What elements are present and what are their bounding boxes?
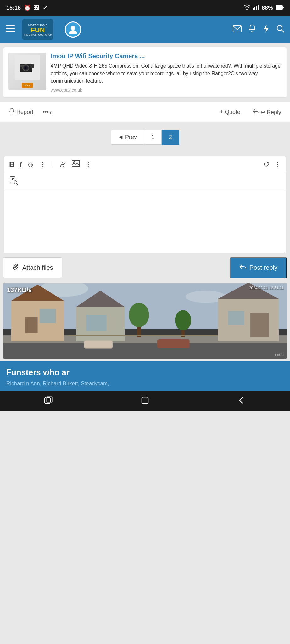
funsters-banner: Funsters who ar Richard n Ann, Richard B… bbox=[0, 361, 290, 391]
editor-body[interactable] bbox=[4, 190, 286, 253]
more-button[interactable]: ••• ▾ bbox=[40, 108, 54, 117]
report-button[interactable]: Report bbox=[6, 107, 36, 117]
menu-button[interactable] bbox=[6, 25, 15, 35]
svg-rect-19 bbox=[30, 64, 34, 68]
svg-point-18 bbox=[25, 67, 26, 69]
status-right: 88% bbox=[243, 4, 284, 12]
svg-line-14 bbox=[282, 30, 284, 32]
svg-line-25 bbox=[17, 184, 18, 185]
funsters-members[interactable]: Richard n Ann, Richard Birkett, Steadyca… bbox=[6, 380, 284, 387]
quote-button[interactable]: + Quote bbox=[217, 108, 243, 117]
time-display: 15:18 bbox=[6, 5, 21, 11]
back-stack-icon[interactable] bbox=[44, 396, 53, 407]
more-options-button[interactable]: ⋮ bbox=[275, 161, 281, 168]
svg-rect-33 bbox=[25, 317, 38, 333]
bottom-action-bar: Attach files Post reply bbox=[3, 257, 287, 278]
clock-icon: ⏰ bbox=[24, 4, 31, 11]
search-icon[interactable] bbox=[276, 25, 284, 35]
reply-label: ↩ Reply bbox=[260, 109, 281, 116]
svg-marker-12 bbox=[264, 25, 269, 33]
svg-point-43 bbox=[129, 303, 149, 327]
reply-button[interactable]: ↩ Reply bbox=[250, 108, 284, 117]
bold-button[interactable]: B bbox=[9, 160, 14, 169]
status-left: 15:18 ⏰ 🖼 ✔ bbox=[6, 4, 47, 11]
post-reply-label: Post reply bbox=[249, 264, 277, 271]
page-2-button[interactable]: 2 bbox=[162, 130, 179, 145]
editor-toolbar: B I ☺ ⋮ ⋮ ↺ ⋮ bbox=[4, 156, 286, 173]
check-icon: ✔ bbox=[43, 4, 47, 11]
camera-watermark: imou bbox=[275, 352, 284, 357]
chevron-down-icon: ▾ bbox=[49, 110, 52, 115]
svg-rect-46 bbox=[84, 341, 113, 349]
svg-rect-41 bbox=[250, 313, 269, 337]
svg-rect-2 bbox=[256, 6, 257, 10]
svg-rect-49 bbox=[45, 398, 50, 403]
svg-rect-40 bbox=[228, 311, 244, 325]
svg-point-10 bbox=[71, 26, 75, 30]
header: MOTORHOME FUN THE MOTORHOME FORUM bbox=[0, 16, 290, 43]
page-1-button[interactable]: 1 bbox=[144, 130, 162, 145]
product-card: imou Imou IP Wifi Security Camera ... 4M… bbox=[3, 47, 287, 98]
quote-label: + Quote bbox=[220, 109, 240, 115]
battery-icon bbox=[276, 5, 284, 11]
svg-rect-34 bbox=[40, 309, 56, 323]
svg-rect-51 bbox=[142, 397, 148, 403]
svg-rect-8 bbox=[6, 28, 15, 29]
back-icon[interactable] bbox=[237, 396, 246, 407]
image-button[interactable] bbox=[72, 160, 80, 169]
camera-timestamp: 2024:03:21 12:51:11 bbox=[249, 286, 284, 290]
product-info: Imou IP Wifi Security Camera ... 4MP QHD… bbox=[51, 53, 282, 92]
svg-rect-9 bbox=[6, 31, 15, 32]
site-logo[interactable]: MOTORHOME FUN THE MOTORHOME FORUM bbox=[22, 19, 53, 40]
product-url: www.ebay.co.uk bbox=[51, 87, 282, 92]
svg-rect-7 bbox=[6, 25, 15, 26]
product-description: 4MP QHD Video & H.265 Compression. Got a… bbox=[51, 62, 282, 85]
header-icons bbox=[233, 24, 284, 35]
svg-rect-37 bbox=[86, 315, 106, 331]
svg-rect-29 bbox=[3, 341, 287, 359]
avatar[interactable] bbox=[65, 21, 81, 38]
undo-button[interactable]: ↺ bbox=[263, 160, 270, 169]
svg-rect-0 bbox=[253, 8, 254, 10]
bottom-nav-bar bbox=[0, 391, 290, 411]
link-button[interactable] bbox=[59, 160, 67, 169]
more-media-button[interactable]: ⋮ bbox=[85, 161, 91, 168]
pagination-area: ◄ Prev 1 2 bbox=[0, 122, 290, 152]
status-bar: 15:18 ⏰ 🖼 ✔ 88% bbox=[0, 0, 290, 16]
signal-icon bbox=[253, 4, 259, 12]
paperclip-icon bbox=[12, 263, 19, 272]
product-image: imou bbox=[8, 53, 46, 90]
post-reply-button[interactable]: Post reply bbox=[230, 257, 287, 278]
svg-rect-5 bbox=[276, 6, 282, 9]
more-format-button[interactable]: ⋮ bbox=[40, 161, 46, 168]
prev-page-button[interactable]: ◄ Prev bbox=[111, 130, 144, 145]
svg-point-24 bbox=[14, 181, 17, 184]
svg-rect-47 bbox=[157, 339, 190, 348]
italic-button[interactable]: I bbox=[20, 160, 22, 169]
camera-speed: 137KB/s bbox=[7, 286, 32, 294]
mail-icon[interactable] bbox=[233, 25, 242, 35]
funsters-title: Funsters who ar bbox=[6, 368, 284, 377]
emoji-button[interactable]: ☺ bbox=[27, 160, 35, 169]
action-right: + Quote ↩ Reply bbox=[217, 108, 284, 117]
attach-files-button[interactable]: Attach files bbox=[3, 257, 62, 278]
image-icon: 🖼 bbox=[34, 5, 40, 11]
lightning-icon[interactable] bbox=[263, 24, 269, 35]
editor-container: B I ☺ ⋮ ⋮ ↺ ⋮ bbox=[4, 156, 286, 253]
editor-secondary-toolbar bbox=[4, 173, 286, 190]
product-title[interactable]: Imou IP Wifi Security Camera ... bbox=[51, 53, 282, 60]
home-icon[interactable] bbox=[141, 396, 149, 407]
svg-rect-38 bbox=[218, 299, 279, 341]
file-search-button[interactable] bbox=[9, 179, 18, 186]
svg-rect-50 bbox=[47, 397, 52, 402]
report-label: Report bbox=[16, 109, 33, 115]
svg-point-45 bbox=[175, 310, 191, 330]
attach-files-label: Attach files bbox=[22, 264, 53, 271]
reply-icon bbox=[253, 109, 259, 115]
more-dots-label: ••• bbox=[43, 109, 49, 115]
post-reply-icon bbox=[239, 264, 246, 272]
product-badge: imou bbox=[22, 83, 33, 88]
wifi-icon bbox=[243, 4, 250, 12]
svg-rect-6 bbox=[283, 7, 284, 8]
bell-icon[interactable] bbox=[248, 25, 256, 35]
